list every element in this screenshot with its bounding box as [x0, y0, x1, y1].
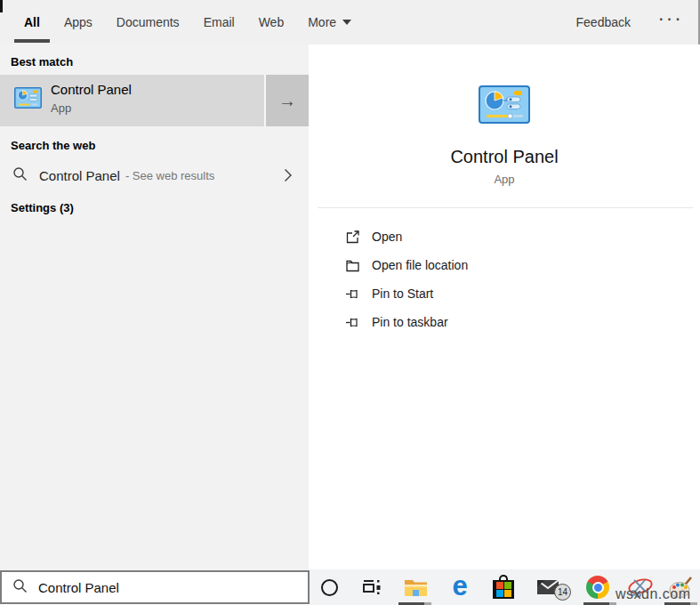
chrome-logo [586, 576, 609, 599]
action-label: Pin to taskbar [372, 315, 448, 329]
tab-apps[interactable]: Apps [64, 0, 93, 44]
file-explorer-icon[interactable] [398, 569, 433, 605]
tab-documents[interactable]: Documents [117, 0, 180, 44]
expand-result-button[interactable]: → [264, 75, 309, 126]
web-result-suffix: - See web results [125, 169, 214, 182]
control-panel-icon [14, 87, 42, 112]
control-panel-icon-large [479, 85, 530, 127]
best-match-result[interactable]: Control Panel App → [0, 75, 309, 126]
store-icon[interactable] [486, 569, 521, 605]
tab-email-label: Email [204, 15, 235, 29]
edge-icon[interactable]: e [442, 569, 478, 605]
preview-subtitle: App [309, 173, 700, 186]
action-label: Pin to Start [372, 286, 433, 301]
windows-search-flyout: All Apps Documents Email Web More Feedba… [0, 0, 700, 605]
tab-all-label: All [24, 15, 40, 29]
right-arrow-icon: → [278, 91, 296, 111]
search-input[interactable] [38, 580, 278, 595]
cortana-ring [321, 579, 338, 596]
tab-email[interactable]: Email [204, 0, 235, 44]
taskbar-search-box[interactable] [0, 570, 310, 604]
chevron-down-icon [342, 20, 351, 25]
search-web-header: Search the web [11, 139, 95, 152]
tab-all[interactable]: All [24, 0, 40, 44]
screen-corner-artifact [0, 0, 3, 12]
tab-apps-label: Apps [64, 15, 93, 29]
chevron-right-icon [284, 168, 293, 186]
more-options-icon[interactable]: ··· [659, 12, 684, 33]
tab-more-label: More [308, 15, 336, 29]
filter-tabs: All Apps Documents Email Web More [24, 0, 351, 44]
settings-group-header: Settings (3) [11, 201, 74, 214]
context-actions: Open Open file location Pin to Start Pin… [309, 222, 700, 336]
store-bag [493, 575, 514, 600]
tab-web[interactable]: Web [259, 0, 285, 44]
preview-title: Control Panel [309, 147, 700, 167]
search-icon [12, 166, 28, 185]
web-search-result[interactable]: Control Panel - See web results [0, 160, 309, 190]
mail-unread-badge: 14 [554, 584, 571, 601]
pin-icon [345, 315, 360, 330]
folder-icon [345, 258, 360, 273]
action-pin-to-start[interactable]: Pin to Start [309, 279, 700, 308]
open-icon [345, 230, 360, 245]
watermark: wsxdn.com [616, 586, 691, 602]
cortana-icon[interactable] [311, 569, 347, 605]
best-match-subtitle: App [51, 101, 132, 115]
feedback-button[interactable]: Feedback [576, 15, 631, 29]
edge-logo: e [452, 572, 467, 603]
tab-documents-label: Documents [117, 15, 180, 29]
tab-web-label: Web [259, 15, 285, 29]
action-label: Open [372, 230, 402, 244]
preview-panel: Control Panel App Open Open file locatio… [309, 44, 700, 570]
results-panel: Best match Control Panel App [0, 44, 309, 570]
action-label: Open file location [372, 258, 468, 272]
action-open-file-location[interactable]: Open file location [309, 251, 700, 279]
best-match-title: Control Panel [51, 82, 132, 97]
chrome-icon[interactable] [580, 569, 616, 605]
pin-icon [345, 286, 360, 302]
tab-more[interactable]: More [308, 0, 351, 44]
search-filter-bar: All Apps Documents Email Web More Feedba… [0, 0, 700, 44]
preview-divider [318, 207, 693, 208]
search-icon [12, 578, 28, 597]
web-result-query: Control Panel [39, 168, 120, 183]
task-view-icon[interactable] [354, 569, 390, 605]
action-pin-to-taskbar[interactable]: Pin to taskbar [309, 308, 700, 336]
best-match-header: Best match [11, 55, 73, 69]
action-open[interactable]: Open [309, 222, 700, 251]
